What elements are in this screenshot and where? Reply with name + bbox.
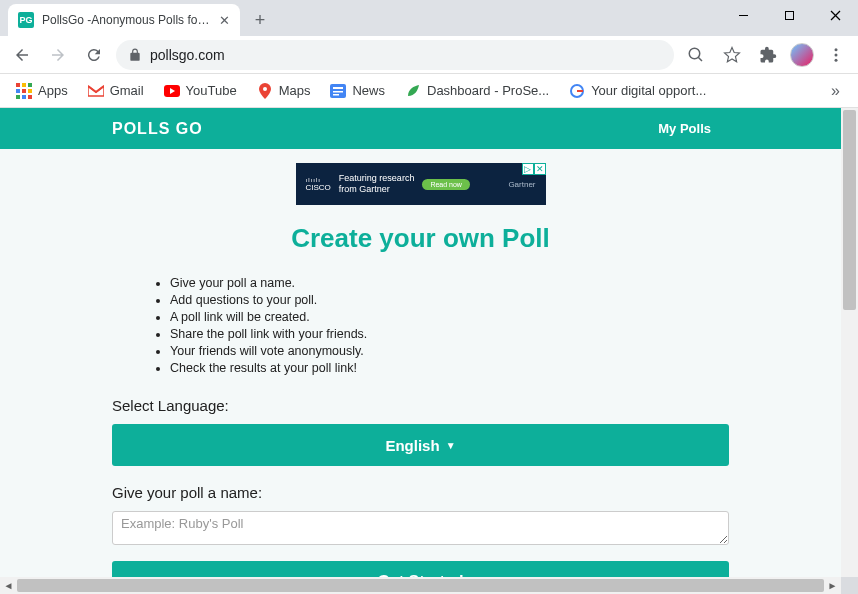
bookmark-apps[interactable]: Apps — [8, 79, 76, 103]
bookmark-star-icon[interactable] — [718, 41, 746, 69]
svg-point-6 — [835, 48, 838, 51]
scrollbar-thumb[interactable] — [843, 110, 856, 310]
svg-rect-14 — [333, 94, 339, 96]
page-content: POLLS GO My Polls ılıılı CISCO Featuring… — [0, 108, 841, 577]
bookmark-news[interactable]: News — [322, 79, 393, 103]
bookmark-label: News — [352, 83, 385, 98]
gmail-icon — [88, 83, 104, 99]
my-polls-link[interactable]: My Polls — [658, 121, 711, 136]
bookmark-label: Dashboard - ProSe... — [427, 83, 549, 98]
chevron-down-icon: ▼ — [446, 440, 456, 451]
svg-point-7 — [835, 53, 838, 56]
list-item: Add questions to your poll. — [170, 293, 729, 307]
bookmarks-overflow-icon[interactable]: » — [821, 78, 850, 104]
back-button[interactable] — [8, 41, 36, 69]
svg-rect-13 — [333, 91, 343, 93]
tab-title: PollsGo -Anonymous Polls for W — [42, 13, 211, 27]
horizontal-scrollbar[interactable]: ◄ ► — [0, 577, 841, 594]
list-item: A poll link will be created. — [170, 310, 729, 324]
list-item: Share the poll link with your friends. — [170, 327, 729, 341]
scrollbar-thumb[interactable] — [17, 579, 824, 592]
minimize-button[interactable] — [720, 0, 766, 30]
bookmark-maps[interactable]: Maps — [249, 79, 319, 103]
svg-point-4 — [689, 48, 700, 59]
window-controls — [720, 0, 858, 36]
list-item: Your friends will vote anonymously. — [170, 344, 729, 358]
list-item: Check the results at your poll link! — [170, 361, 729, 375]
forward-button — [44, 41, 72, 69]
scroll-corner — [841, 577, 858, 594]
ad-text: Featuring researchfrom Gartner — [339, 173, 415, 195]
bookmarks-bar: Apps Gmail YouTube Maps News Dashboard -… — [0, 74, 858, 108]
browser-toolbar: pollsgo.com — [0, 36, 858, 74]
window-titlebar: PG PollsGo -Anonymous Polls for W ✕ + — [0, 0, 858, 36]
bookmark-digital[interactable]: Your digital opport... — [561, 79, 714, 103]
maps-icon — [257, 83, 273, 99]
address-bar[interactable]: pollsgo.com — [116, 40, 674, 70]
new-tab-button[interactable]: + — [246, 6, 274, 34]
site-logo[interactable]: POLLS GO — [112, 120, 203, 138]
main-content: ılıılı CISCO Featuring researchfrom Gart… — [0, 149, 841, 577]
bookmark-label: Apps — [38, 83, 68, 98]
ad-brand: ılıılı CISCO — [306, 177, 331, 192]
language-value: English — [385, 437, 439, 454]
vertical-scrollbar[interactable] — [841, 108, 858, 577]
instructions-list: Give your poll a name. Add questions to … — [170, 276, 729, 375]
bookmark-label: Your digital opport... — [591, 83, 706, 98]
apps-grid-icon — [16, 83, 32, 99]
ad-controls: ▷ ✕ — [522, 163, 546, 175]
svg-rect-1 — [785, 11, 793, 19]
bookmark-label: Maps — [279, 83, 311, 98]
bookmark-gmail[interactable]: Gmail — [80, 79, 152, 103]
ad-banner[interactable]: ılıılı CISCO Featuring researchfrom Gart… — [296, 163, 546, 205]
scroll-right-icon[interactable]: ► — [824, 577, 841, 594]
extensions-icon[interactable] — [754, 41, 782, 69]
profile-avatar[interactable] — [790, 43, 814, 67]
bookmark-label: YouTube — [186, 83, 237, 98]
list-item: Give your poll a name. — [170, 276, 729, 290]
maximize-button[interactable] — [766, 0, 812, 30]
url-text: pollsgo.com — [150, 47, 662, 63]
news-icon — [330, 83, 346, 99]
ad-partner: Gartner — [508, 180, 535, 189]
svg-point-10 — [263, 87, 267, 91]
poll-name-label: Give your poll a name: — [112, 484, 729, 501]
svg-line-5 — [698, 57, 702, 61]
tab-favicon: PG — [18, 12, 34, 28]
google-icon — [569, 83, 585, 99]
bookmark-label: Gmail — [110, 83, 144, 98]
bookmark-dashboard[interactable]: Dashboard - ProSe... — [397, 79, 557, 103]
ad-close-icon[interactable]: ✕ — [534, 163, 546, 175]
svg-rect-12 — [333, 87, 343, 89]
menu-icon[interactable] — [822, 41, 850, 69]
reload-button[interactable] — [80, 41, 108, 69]
leaf-icon — [405, 83, 421, 99]
get-started-button[interactable]: Get Started — [112, 561, 729, 577]
browser-tab[interactable]: PG PollsGo -Anonymous Polls for W ✕ — [8, 4, 240, 36]
ad-info-icon[interactable]: ▷ — [522, 163, 534, 175]
page-title: Create your own Poll — [112, 223, 729, 254]
poll-name-input[interactable] — [112, 511, 729, 545]
ad-cta-button[interactable]: Read now — [422, 179, 470, 190]
svg-point-8 — [835, 58, 838, 61]
language-dropdown[interactable]: English ▼ — [112, 424, 729, 466]
bookmark-youtube[interactable]: YouTube — [156, 79, 245, 103]
site-header: POLLS GO My Polls — [0, 108, 841, 149]
language-label: Select Language: — [112, 397, 729, 414]
scroll-left-icon[interactable]: ◄ — [0, 577, 17, 594]
lock-icon — [128, 48, 142, 62]
tab-close-icon[interactable]: ✕ — [219, 13, 230, 28]
zoom-icon[interactable] — [682, 41, 710, 69]
youtube-icon — [164, 83, 180, 99]
viewport: POLLS GO My Polls ılıılı CISCO Featuring… — [0, 108, 858, 594]
close-window-button[interactable] — [812, 0, 858, 30]
